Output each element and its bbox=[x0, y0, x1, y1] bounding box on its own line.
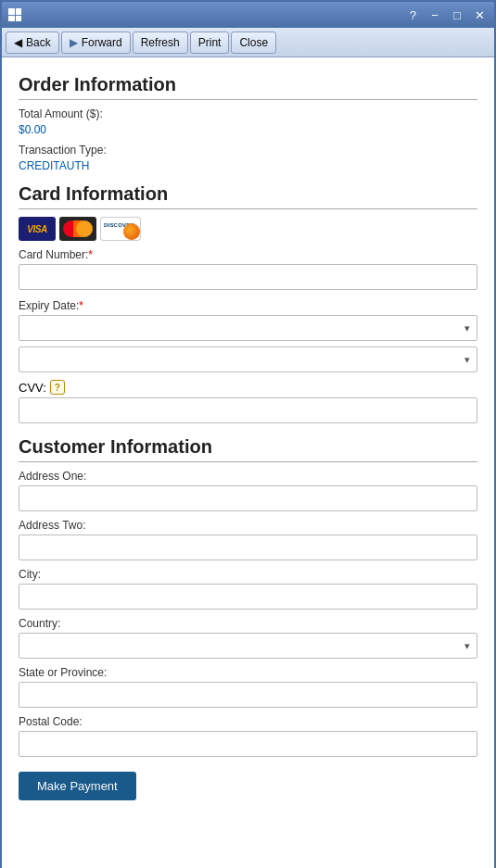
address-one-input[interactable] bbox=[19, 485, 477, 511]
state-input[interactable] bbox=[19, 682, 477, 708]
card-divider bbox=[19, 208, 477, 209]
address-two-label: Address Two: bbox=[19, 519, 477, 532]
address-one-label: Address One: bbox=[19, 470, 477, 483]
customer-divider bbox=[19, 461, 477, 462]
country-select[interactable]: United States Canada United Kingdom Aust… bbox=[19, 633, 477, 659]
order-divider bbox=[19, 99, 477, 100]
close-label: Close bbox=[239, 36, 268, 49]
print-label: Print bbox=[198, 36, 222, 49]
city-label: City: bbox=[19, 568, 477, 581]
make-payment-button[interactable]: Make Payment bbox=[19, 772, 136, 800]
expiry-year-select[interactable]: 2024 2025 2026 2027 2028 2029 2030 bbox=[19, 346, 477, 372]
refresh-button[interactable]: Refresh bbox=[133, 31, 188, 54]
total-amount-label: Total Amount ($): bbox=[19, 107, 477, 120]
cvv-text-label: CVV: bbox=[19, 381, 46, 395]
discover-icon: DISCOVER bbox=[100, 217, 141, 241]
mastercard-icon bbox=[59, 217, 96, 241]
card-number-required: * bbox=[88, 248, 93, 261]
maximize-button[interactable]: □ bbox=[448, 6, 466, 24]
help-label: ? bbox=[410, 8, 416, 22]
print-button[interactable]: Print bbox=[190, 31, 230, 54]
card-brand-icons: VISA DISCOVER bbox=[19, 217, 477, 241]
postal-code-input[interactable] bbox=[19, 731, 477, 757]
minimize-button[interactable]: − bbox=[426, 6, 444, 24]
cvv-label-row: CVV: ? bbox=[19, 380, 477, 395]
expiry-month-wrapper: 01 02 03 04 05 06 07 08 09 10 11 12 ▾ bbox=[19, 315, 477, 341]
app-icon bbox=[7, 7, 22, 22]
expiry-required: * bbox=[79, 299, 83, 312]
card-information-section: Card Information VISA DISCOVER Card Numb… bbox=[19, 183, 477, 423]
title-bar-left bbox=[7, 7, 22, 22]
title-bar-controls: ? − □ ✕ bbox=[410, 6, 489, 24]
content-area: Order Information Total Amount ($): $0.0… bbox=[2, 57, 494, 868]
back-button[interactable]: ◀ Back bbox=[6, 31, 59, 54]
address-two-input[interactable] bbox=[19, 535, 477, 560]
expiry-year-wrapper: 2024 2025 2026 2027 2028 2029 2030 ▾ bbox=[19, 346, 477, 372]
expiry-date-label: Expiry Date:* bbox=[19, 299, 477, 312]
visa-icon: VISA bbox=[19, 217, 56, 241]
order-information-section: Order Information Total Amount ($): $0.0… bbox=[19, 74, 477, 172]
city-input[interactable] bbox=[19, 584, 477, 610]
card-number-input[interactable] bbox=[19, 264, 477, 290]
refresh-label: Refresh bbox=[141, 36, 180, 49]
cvv-input[interactable] bbox=[19, 397, 477, 423]
back-icon: ◀ bbox=[14, 36, 22, 49]
title-bar: ? − □ ✕ bbox=[2, 2, 494, 28]
expiry-month-select[interactable]: 01 02 03 04 05 06 07 08 09 10 11 12 bbox=[19, 315, 477, 341]
back-label: Back bbox=[26, 36, 51, 49]
forward-label: Forward bbox=[82, 36, 122, 49]
postal-code-label: Postal Code: bbox=[19, 715, 477, 728]
forward-icon: ▶ bbox=[70, 36, 78, 49]
expiry-selects: 01 02 03 04 05 06 07 08 09 10 11 12 ▾ bbox=[19, 315, 477, 372]
card-info-title: Card Information bbox=[19, 183, 477, 205]
country-wrapper: United States Canada United Kingdom Aust… bbox=[19, 633, 477, 659]
cvv-help-icon[interactable]: ? bbox=[50, 380, 65, 395]
order-info-title: Order Information bbox=[19, 74, 477, 95]
forward-button[interactable]: ▶ Forward bbox=[61, 31, 131, 54]
customer-info-title: Customer Information bbox=[19, 436, 477, 458]
toolbar: ◀ Back ▶ Forward Refresh Print Close bbox=[2, 28, 494, 57]
state-label: State or Province: bbox=[19, 666, 477, 679]
transaction-type-label: Transaction Type: bbox=[19, 144, 477, 157]
close-window-button[interactable]: ✕ bbox=[470, 6, 489, 24]
total-amount-value: $0.00 bbox=[19, 123, 477, 136]
card-number-label: Card Number:* bbox=[19, 248, 477, 261]
customer-information-section: Customer Information Address One: Addres… bbox=[19, 436, 477, 800]
country-label: Country: bbox=[19, 617, 477, 630]
close-button[interactable]: Close bbox=[231, 31, 276, 54]
transaction-type-value: CREDITAUTH bbox=[19, 159, 477, 172]
